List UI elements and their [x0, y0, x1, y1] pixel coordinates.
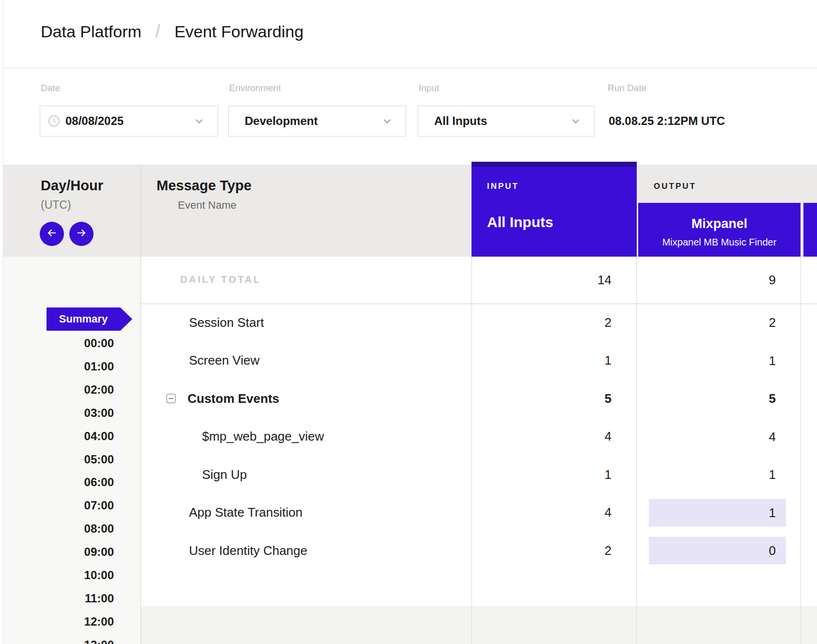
- input-count: 1: [471, 342, 612, 380]
- summary-tab-label: Summary: [59, 313, 108, 325]
- table-row: App State Transition41: [141, 494, 817, 532]
- day-hour-timezone: (UTC): [41, 199, 71, 212]
- chevron-down-icon: [381, 115, 393, 127]
- daily-total-label: DAILY TOTAL: [180, 274, 261, 285]
- column-divider: [801, 257, 801, 644]
- hour-row-label[interactable]: 05:00: [3, 452, 114, 467]
- hour-row-label[interactable]: 12:00: [3, 614, 114, 629]
- top-bar: Data Platform / Event Forwarding: [3, 0, 817, 68]
- grid-footer-band: [141, 606, 817, 644]
- table-row: User Identity Change20: [141, 532, 817, 570]
- arrow-right-icon: [75, 227, 88, 241]
- environment-dropdown[interactable]: Development: [228, 106, 406, 137]
- hour-row-label[interactable]: 04:00: [3, 429, 114, 444]
- run-date-group: Run Date 08.08.25 2:12PM UTC: [607, 68, 771, 165]
- next-day-button[interactable]: [69, 222, 94, 246]
- arrow-left-icon: [46, 227, 58, 241]
- input-count: 1: [471, 456, 612, 494]
- input-count: 4: [471, 418, 612, 456]
- hour-row-label[interactable]: 01:00: [3, 359, 114, 374]
- input-section-label: INPUT: [487, 182, 519, 191]
- output-column-partial: [803, 203, 817, 257]
- event-row-label: Session Start: [189, 315, 264, 330]
- collapse-minus-icon[interactable]: [166, 394, 176, 403]
- breadcrumb: Data Platform / Event Forwarding: [41, 21, 303, 42]
- hour-row-label[interactable]: 02:00: [3, 383, 114, 397]
- table-row: Custom Events55: [141, 380, 817, 418]
- event-row-label: User Identity Change: [189, 543, 307, 558]
- daily-total-divider: [141, 304, 817, 304]
- output-count-highlighted: 0: [649, 537, 786, 565]
- output-connector-subtitle: Mixpanel MB Music Finder: [638, 237, 801, 248]
- date-dropdown-value: 08/08/2025: [65, 114, 124, 128]
- date-filter-label: Date: [41, 83, 60, 93]
- breadcrumb-separator: /: [156, 21, 160, 42]
- output-count: 4: [649, 423, 786, 450]
- hour-row-label[interactable]: 11:00: [3, 591, 114, 606]
- input-count: 4: [471, 494, 612, 532]
- output-section-label: OUTPUT: [654, 182, 696, 191]
- page-left-edge: [0, 0, 3, 644]
- date-filter-group: Date 08/08/2025: [40, 68, 218, 165]
- hour-row-label[interactable]: 03:00: [3, 406, 114, 420]
- input-count: 5: [471, 380, 612, 418]
- event-row-label: Screen View: [189, 353, 260, 368]
- minus-glyph: [169, 398, 173, 399]
- table-row: $mp_web_page_view44: [141, 418, 817, 456]
- event-row-label: App State Transition: [189, 505, 302, 520]
- input-column-accent-strip: [471, 162, 637, 167]
- output-count-highlighted: 1: [649, 499, 786, 526]
- hour-row-label[interactable]: 06:00: [3, 475, 114, 490]
- output-column-header: Mixpanel Mixpanel MB Music Finder: [638, 203, 801, 257]
- filter-bar: Date 08/08/2025 Environment Development: [3, 68, 817, 165]
- input-column-name: All Inputs: [487, 214, 553, 230]
- input-column-header: INPUT All Inputs: [471, 162, 637, 257]
- input-dropdown-value: All Inputs: [434, 114, 487, 128]
- event-row-label: $mp_web_page_view: [202, 429, 324, 444]
- breadcrumb-current-page: Event Forwarding: [174, 22, 303, 41]
- event-row-label: Custom Events: [188, 391, 279, 406]
- event-forwarding-page: Data Platform / Event Forwarding Date 08…: [0, 0, 817, 644]
- input-count: 2: [471, 304, 612, 342]
- column-divider: [471, 257, 472, 644]
- event-name-column-subtitle: Event Name: [178, 199, 236, 212]
- output-count: 1: [649, 347, 786, 374]
- summary-tab[interactable]: Summary: [47, 307, 132, 331]
- hour-row-label[interactable]: 10:00: [3, 568, 114, 583]
- input-count: 2: [471, 532, 612, 570]
- run-date-value: 08.08.25 2:12PM UTC: [609, 106, 725, 137]
- previous-day-button[interactable]: [40, 222, 64, 246]
- hour-row-label[interactable]: 08:00: [3, 521, 114, 536]
- input-filter-label: Input: [419, 83, 439, 93]
- output-count: 1: [649, 461, 786, 489]
- chevron-down-icon: [193, 115, 205, 127]
- output-connector-name: Mixpanel: [638, 216, 801, 231]
- environment-filter-group: Environment Development: [228, 68, 406, 165]
- environment-filter-label: Environment: [229, 83, 281, 93]
- day-hour-column-title: Day/Hour: [41, 178, 103, 194]
- table-row: Session Start22: [141, 304, 817, 342]
- run-date-label: Run Date: [608, 83, 646, 93]
- daily-total-output-count: 9: [636, 257, 776, 304]
- event-row-label: Sign Up: [202, 467, 247, 482]
- breadcrumb-section-link[interactable]: Data Platform: [41, 22, 141, 41]
- input-filter-group: Input All Inputs: [418, 68, 595, 165]
- message-type-column-title: Message Type: [157, 178, 251, 194]
- hour-row-label[interactable]: 07:00: [3, 498, 114, 513]
- table-row: Screen View11: [141, 342, 817, 380]
- input-dropdown[interactable]: All Inputs: [418, 106, 595, 137]
- table-row: Sign Up11: [141, 456, 817, 494]
- date-dropdown[interactable]: 08/08/2025: [40, 106, 218, 137]
- chevron-down-icon: [570, 115, 581, 127]
- clock-icon: [47, 115, 61, 128]
- hour-row-label[interactable]: 13:00: [3, 638, 114, 644]
- column-divider: [636, 257, 637, 644]
- hour-row-label[interactable]: 09:00: [3, 545, 114, 559]
- output-count: 5: [649, 385, 786, 413]
- output-count: 2: [649, 309, 786, 337]
- environment-dropdown-value: Development: [245, 114, 318, 128]
- daily-total-input-count: 14: [471, 257, 612, 304]
- hour-row-label[interactable]: 00:00: [3, 336, 114, 351]
- column-divider: [141, 165, 141, 644]
